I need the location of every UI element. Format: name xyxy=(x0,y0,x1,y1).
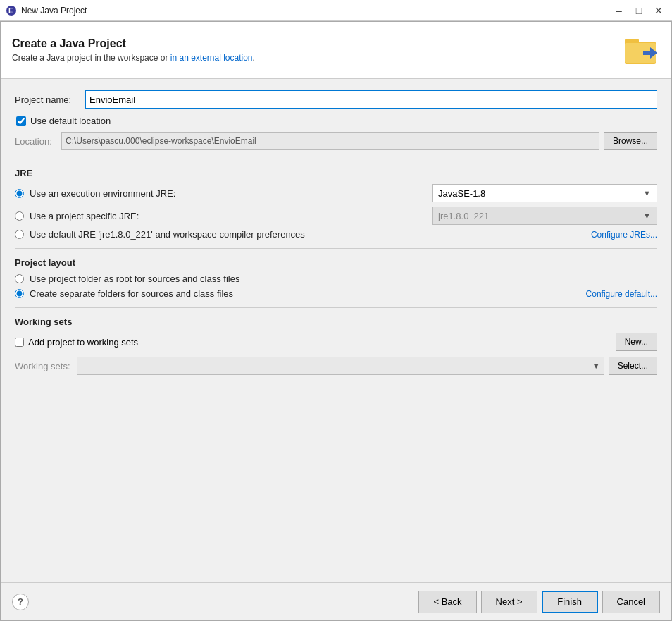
dialog-subtitle: Create a Java project in the workspace o… xyxy=(12,53,255,63)
jre-option3-radio-part: Use default JRE 'jre1.8.0_221' and works… xyxy=(15,229,591,240)
dialog-header: Create a Java Project Create a Java proj… xyxy=(1,22,671,79)
working-sets-dropdown: ▼ xyxy=(77,357,604,375)
subtitle-prefix: Create a Java project in the workspace o… xyxy=(12,53,170,63)
configure-default-link[interactable]: Configure default... xyxy=(586,289,657,299)
layout-option2-radio[interactable] xyxy=(15,289,24,298)
jre-option1-dropdown-value: JavaSE-1.8 xyxy=(438,188,485,199)
browse-button[interactable]: Browse... xyxy=(604,132,657,150)
jre-option2-row: Use a project specific JRE: jre1.8.0_221… xyxy=(15,207,657,225)
next-button[interactable]: Next > xyxy=(481,591,537,613)
use-default-location-checkbox[interactable] xyxy=(16,116,26,126)
jre-option3-radio[interactable] xyxy=(15,230,24,239)
layout-option1-row: Use project folder as root for sources a… xyxy=(15,273,657,284)
jre-option1-row: Use an execution environment JRE: JavaSE… xyxy=(15,184,657,202)
jre-option2-radio-part: Use a project specific JRE: xyxy=(15,211,432,221)
minimize-button[interactable]: – xyxy=(611,3,627,18)
jre-option2-dropdown-value: jre1.8.0_221 xyxy=(438,211,489,221)
location-input xyxy=(61,132,599,150)
working-sets-select-row: Working sets: ▼ Select... xyxy=(15,357,657,375)
jre-option2-dropdown: jre1.8.0_221 ▼ xyxy=(432,207,657,225)
dialog-footer: ? < Back Next > Finish Cancel xyxy=(1,582,671,620)
add-to-working-sets-row: Add project to working sets New... xyxy=(15,333,657,351)
dialog: Create a Java Project Create a Java proj… xyxy=(0,21,672,621)
jre-divider xyxy=(15,159,657,159)
working-sets-label: Working sets: xyxy=(15,361,77,371)
title-bar-controls: – □ ✕ xyxy=(611,3,666,18)
help-button[interactable]: ? xyxy=(12,594,29,610)
working-sets-section: Working sets Add project to working sets… xyxy=(15,316,657,375)
layout-option2-label: Create separate folders for sources and … xyxy=(30,288,233,299)
layout-option1-label: Use project folder as root for sources a… xyxy=(30,273,239,284)
jre-option2-label: Use a project specific JRE: xyxy=(30,211,139,221)
title-bar-icon: E xyxy=(6,5,17,16)
jre-option3-row: Use default JRE 'jre1.8.0_221' and works… xyxy=(15,229,657,240)
svg-text:E: E xyxy=(8,7,13,15)
select-working-set-button[interactable]: Select... xyxy=(609,357,657,375)
jre-section-header: JRE xyxy=(15,168,657,178)
add-to-working-sets-checkbox[interactable] xyxy=(15,338,24,347)
layout-option1-radio-part: Use project folder as root for sources a… xyxy=(15,273,657,284)
dialog-header-text: Create a Java Project Create a Java proj… xyxy=(12,37,255,63)
jre-option1-chevron-icon: ▼ xyxy=(643,189,651,197)
dialog-title: Create a Java Project xyxy=(12,37,255,50)
layout-option2-row: Create separate folders for sources and … xyxy=(15,288,657,299)
cancel-button[interactable]: Cancel xyxy=(602,591,660,613)
title-bar-title: New Java Project xyxy=(21,6,611,16)
jre-option1-label: Use an execution environment JRE: xyxy=(30,188,175,199)
default-location-row: Use default location xyxy=(16,116,657,126)
location-row: Location: Browse... xyxy=(15,132,657,150)
project-layout-header: Project layout xyxy=(15,257,657,268)
finish-button[interactable]: Finish xyxy=(542,591,598,613)
project-name-label: Project name: xyxy=(15,94,85,105)
working-sets-divider xyxy=(15,307,657,308)
layout-divider xyxy=(15,248,657,249)
location-label: Location: xyxy=(15,136,61,147)
footer-buttons: < Back Next > Finish Cancel xyxy=(418,591,660,613)
use-default-location-label: Use default location xyxy=(30,116,111,126)
configure-jres-link[interactable]: Configure JREs... xyxy=(591,230,657,240)
layout-option2-radio-part: Create separate folders for sources and … xyxy=(15,288,586,299)
close-button[interactable]: ✕ xyxy=(651,3,666,18)
dialog-header-icon xyxy=(623,32,660,68)
dialog-body: Project name: Use default location Locat… xyxy=(1,79,671,582)
maximize-button[interactable]: □ xyxy=(631,3,647,18)
project-name-row: Project name: xyxy=(15,90,657,109)
jre-option2-radio[interactable] xyxy=(15,211,24,221)
jre-option1-radio-part: Use an execution environment JRE: xyxy=(15,188,432,199)
title-bar: E New Java Project – □ ✕ xyxy=(0,0,672,21)
working-sets-chevron-icon: ▼ xyxy=(592,362,600,370)
working-sets-header: Working sets xyxy=(15,316,657,327)
jre-option1-radio[interactable] xyxy=(15,189,24,198)
jre-option1-dropdown[interactable]: JavaSE-1.8 ▼ xyxy=(432,184,657,202)
jre-option3-label: Use default JRE 'jre1.8.0_221' and works… xyxy=(30,229,305,240)
back-button[interactable]: < Back xyxy=(418,591,476,613)
jre-option2-chevron-icon: ▼ xyxy=(643,211,651,220)
external-location-link[interactable]: in an external location xyxy=(170,53,253,63)
project-name-input[interactable] xyxy=(85,90,657,109)
new-working-set-button[interactable]: New... xyxy=(616,333,657,351)
layout-option1-radio[interactable] xyxy=(15,274,24,283)
subtitle-suffix: . xyxy=(253,53,255,63)
add-to-working-sets-label: Add project to working sets xyxy=(28,337,611,348)
